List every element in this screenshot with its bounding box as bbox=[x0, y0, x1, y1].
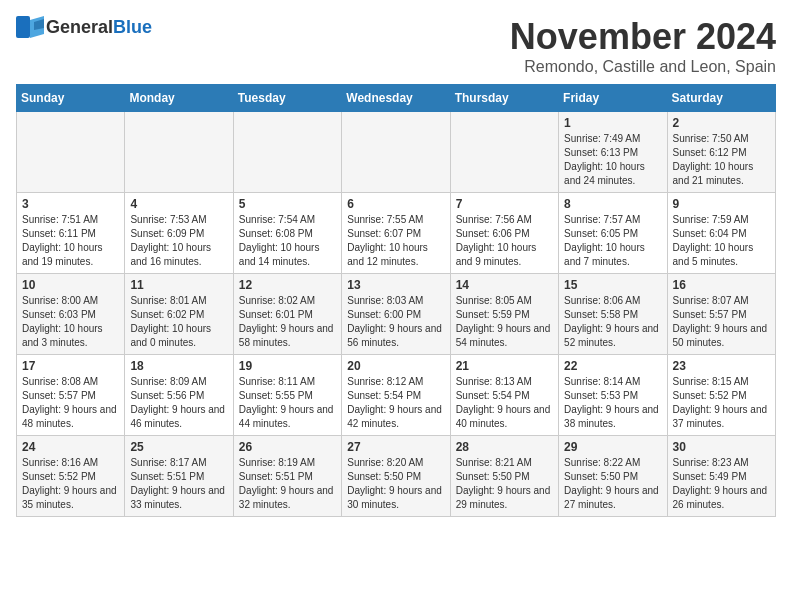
day-number: 24 bbox=[22, 440, 119, 454]
cell-content: Sunrise: 8:09 AM Sunset: 5:56 PM Dayligh… bbox=[130, 375, 227, 431]
table-row: 29Sunrise: 8:22 AM Sunset: 5:50 PM Dayli… bbox=[559, 436, 667, 517]
table-row: 22Sunrise: 8:14 AM Sunset: 5:53 PM Dayli… bbox=[559, 355, 667, 436]
table-row: 9Sunrise: 7:59 AM Sunset: 6:04 PM Daylig… bbox=[667, 193, 775, 274]
month-title: November 2024 bbox=[510, 16, 776, 58]
cell-content: Sunrise: 8:02 AM Sunset: 6:01 PM Dayligh… bbox=[239, 294, 336, 350]
table-row: 6Sunrise: 7:55 AM Sunset: 6:07 PM Daylig… bbox=[342, 193, 450, 274]
cell-content: Sunrise: 8:21 AM Sunset: 5:50 PM Dayligh… bbox=[456, 456, 553, 512]
cell-content: Sunrise: 7:59 AM Sunset: 6:04 PM Dayligh… bbox=[673, 213, 770, 269]
day-number: 4 bbox=[130, 197, 227, 211]
cell-content: Sunrise: 8:19 AM Sunset: 5:51 PM Dayligh… bbox=[239, 456, 336, 512]
day-number: 15 bbox=[564, 278, 661, 292]
table-row bbox=[342, 112, 450, 193]
table-row: 8Sunrise: 7:57 AM Sunset: 6:05 PM Daylig… bbox=[559, 193, 667, 274]
header-friday: Friday bbox=[559, 85, 667, 112]
table-row: 21Sunrise: 8:13 AM Sunset: 5:54 PM Dayli… bbox=[450, 355, 558, 436]
day-number: 10 bbox=[22, 278, 119, 292]
table-row: 10Sunrise: 8:00 AM Sunset: 6:03 PM Dayli… bbox=[17, 274, 125, 355]
logo: GeneralBlue bbox=[16, 16, 152, 38]
table-row bbox=[17, 112, 125, 193]
table-row: 23Sunrise: 8:15 AM Sunset: 5:52 PM Dayli… bbox=[667, 355, 775, 436]
day-number: 18 bbox=[130, 359, 227, 373]
cell-content: Sunrise: 7:55 AM Sunset: 6:07 PM Dayligh… bbox=[347, 213, 444, 269]
day-number: 1 bbox=[564, 116, 661, 130]
day-number: 14 bbox=[456, 278, 553, 292]
table-row: 13Sunrise: 8:03 AM Sunset: 6:00 PM Dayli… bbox=[342, 274, 450, 355]
cell-content: Sunrise: 7:56 AM Sunset: 6:06 PM Dayligh… bbox=[456, 213, 553, 269]
day-number: 30 bbox=[673, 440, 770, 454]
day-number: 7 bbox=[456, 197, 553, 211]
day-number: 27 bbox=[347, 440, 444, 454]
table-row: 4Sunrise: 7:53 AM Sunset: 6:09 PM Daylig… bbox=[125, 193, 233, 274]
table-row: 14Sunrise: 8:05 AM Sunset: 5:59 PM Dayli… bbox=[450, 274, 558, 355]
header-saturday: Saturday bbox=[667, 85, 775, 112]
header-wednesday: Wednesday bbox=[342, 85, 450, 112]
header-tuesday: Tuesday bbox=[233, 85, 341, 112]
table-row: 7Sunrise: 7:56 AM Sunset: 6:06 PM Daylig… bbox=[450, 193, 558, 274]
calendar-body: 1Sunrise: 7:49 AM Sunset: 6:13 PM Daylig… bbox=[17, 112, 776, 517]
location-title: Remondo, Castille and Leon, Spain bbox=[510, 58, 776, 76]
table-row bbox=[450, 112, 558, 193]
day-number: 13 bbox=[347, 278, 444, 292]
day-number: 26 bbox=[239, 440, 336, 454]
cell-content: Sunrise: 8:17 AM Sunset: 5:51 PM Dayligh… bbox=[130, 456, 227, 512]
table-row: 12Sunrise: 8:02 AM Sunset: 6:01 PM Dayli… bbox=[233, 274, 341, 355]
cell-content: Sunrise: 7:51 AM Sunset: 6:11 PM Dayligh… bbox=[22, 213, 119, 269]
table-row: 1Sunrise: 7:49 AM Sunset: 6:13 PM Daylig… bbox=[559, 112, 667, 193]
cell-content: Sunrise: 7:53 AM Sunset: 6:09 PM Dayligh… bbox=[130, 213, 227, 269]
table-row: 17Sunrise: 8:08 AM Sunset: 5:57 PM Dayli… bbox=[17, 355, 125, 436]
header: GeneralBlue November 2024 Remondo, Casti… bbox=[16, 16, 776, 76]
logo-general: General bbox=[46, 17, 113, 37]
table-row: 20Sunrise: 8:12 AM Sunset: 5:54 PM Dayli… bbox=[342, 355, 450, 436]
cell-content: Sunrise: 8:23 AM Sunset: 5:49 PM Dayligh… bbox=[673, 456, 770, 512]
day-number: 21 bbox=[456, 359, 553, 373]
table-row: 11Sunrise: 8:01 AM Sunset: 6:02 PM Dayli… bbox=[125, 274, 233, 355]
cell-content: Sunrise: 8:13 AM Sunset: 5:54 PM Dayligh… bbox=[456, 375, 553, 431]
logo-blue: Blue bbox=[113, 17, 152, 37]
table-row: 30Sunrise: 8:23 AM Sunset: 5:49 PM Dayli… bbox=[667, 436, 775, 517]
day-number: 19 bbox=[239, 359, 336, 373]
table-row bbox=[233, 112, 341, 193]
title-area: November 2024 Remondo, Castille and Leon… bbox=[510, 16, 776, 76]
cell-content: Sunrise: 8:12 AM Sunset: 5:54 PM Dayligh… bbox=[347, 375, 444, 431]
day-number: 29 bbox=[564, 440, 661, 454]
cell-content: Sunrise: 8:08 AM Sunset: 5:57 PM Dayligh… bbox=[22, 375, 119, 431]
table-row: 26Sunrise: 8:19 AM Sunset: 5:51 PM Dayli… bbox=[233, 436, 341, 517]
calendar-table: Sunday Monday Tuesday Wednesday Thursday… bbox=[16, 84, 776, 517]
day-number: 23 bbox=[673, 359, 770, 373]
svg-rect-0 bbox=[16, 16, 30, 38]
cell-content: Sunrise: 8:00 AM Sunset: 6:03 PM Dayligh… bbox=[22, 294, 119, 350]
cell-content: Sunrise: 8:16 AM Sunset: 5:52 PM Dayligh… bbox=[22, 456, 119, 512]
day-number: 20 bbox=[347, 359, 444, 373]
logo-icon bbox=[16, 16, 44, 38]
cell-content: Sunrise: 8:06 AM Sunset: 5:58 PM Dayligh… bbox=[564, 294, 661, 350]
cell-content: Sunrise: 7:49 AM Sunset: 6:13 PM Dayligh… bbox=[564, 132, 661, 188]
cell-content: Sunrise: 8:22 AM Sunset: 5:50 PM Dayligh… bbox=[564, 456, 661, 512]
calendar-header: Sunday Monday Tuesday Wednesday Thursday… bbox=[17, 85, 776, 112]
cell-content: Sunrise: 7:54 AM Sunset: 6:08 PM Dayligh… bbox=[239, 213, 336, 269]
day-number: 5 bbox=[239, 197, 336, 211]
table-row: 28Sunrise: 8:21 AM Sunset: 5:50 PM Dayli… bbox=[450, 436, 558, 517]
cell-content: Sunrise: 8:15 AM Sunset: 5:52 PM Dayligh… bbox=[673, 375, 770, 431]
day-number: 2 bbox=[673, 116, 770, 130]
day-number: 17 bbox=[22, 359, 119, 373]
cell-content: Sunrise: 8:07 AM Sunset: 5:57 PM Dayligh… bbox=[673, 294, 770, 350]
cell-content: Sunrise: 8:01 AM Sunset: 6:02 PM Dayligh… bbox=[130, 294, 227, 350]
cell-content: Sunrise: 8:14 AM Sunset: 5:53 PM Dayligh… bbox=[564, 375, 661, 431]
table-row: 15Sunrise: 8:06 AM Sunset: 5:58 PM Dayli… bbox=[559, 274, 667, 355]
table-row: 18Sunrise: 8:09 AM Sunset: 5:56 PM Dayli… bbox=[125, 355, 233, 436]
day-number: 3 bbox=[22, 197, 119, 211]
cell-content: Sunrise: 8:03 AM Sunset: 6:00 PM Dayligh… bbox=[347, 294, 444, 350]
day-number: 25 bbox=[130, 440, 227, 454]
day-number: 22 bbox=[564, 359, 661, 373]
table-row: 3Sunrise: 7:51 AM Sunset: 6:11 PM Daylig… bbox=[17, 193, 125, 274]
table-row: 19Sunrise: 8:11 AM Sunset: 5:55 PM Dayli… bbox=[233, 355, 341, 436]
header-monday: Monday bbox=[125, 85, 233, 112]
cell-content: Sunrise: 8:11 AM Sunset: 5:55 PM Dayligh… bbox=[239, 375, 336, 431]
day-number: 12 bbox=[239, 278, 336, 292]
header-thursday: Thursday bbox=[450, 85, 558, 112]
header-sunday: Sunday bbox=[17, 85, 125, 112]
table-row: 5Sunrise: 7:54 AM Sunset: 6:08 PM Daylig… bbox=[233, 193, 341, 274]
table-row: 2Sunrise: 7:50 AM Sunset: 6:12 PM Daylig… bbox=[667, 112, 775, 193]
table-row: 24Sunrise: 8:16 AM Sunset: 5:52 PM Dayli… bbox=[17, 436, 125, 517]
